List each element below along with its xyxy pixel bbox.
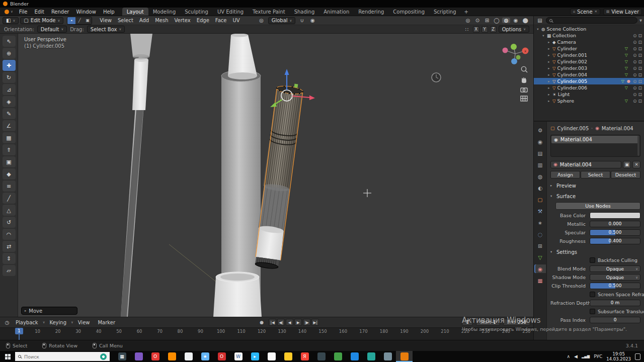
snap-magnet-icon[interactable]: ∪ xyxy=(298,18,306,23)
screen-space-refraction-checkbox[interactable] xyxy=(590,292,595,297)
properties-tab[interactable]: ◌ xyxy=(534,230,546,238)
taskbar-app-button[interactable] xyxy=(379,351,396,362)
tray-expand-icon[interactable]: ∧ xyxy=(567,354,570,359)
axis-y-button[interactable]: Y xyxy=(481,26,488,33)
axis-y-ball[interactable] xyxy=(511,44,517,50)
disable-render-icon[interactable]: ⊡ xyxy=(638,33,642,38)
tool-button[interactable]: ⊕ xyxy=(3,48,16,59)
viewport-menu[interactable]: View xyxy=(97,18,115,23)
expand-arrow-icon[interactable]: ▸ xyxy=(547,47,551,51)
workspace-tab[interactable]: UV Editing xyxy=(213,8,248,16)
assign-button[interactable]: Assign xyxy=(550,171,580,178)
timeline-editor-icon[interactable]: ◷ xyxy=(3,320,11,325)
tray-clock[interactable]: 19:05 14.03.2023 xyxy=(606,351,631,361)
menubar-menu[interactable]: File xyxy=(16,8,31,16)
viewport-toggle-button[interactable]: ◉ xyxy=(512,18,520,23)
expand-arrow-icon[interactable]: ▾ xyxy=(541,34,545,38)
network-icon[interactable]: ▂▄▆ xyxy=(582,354,590,358)
playback-button[interactable]: ◀ xyxy=(286,319,293,326)
properties-tab[interactable]: ◉ xyxy=(534,264,546,273)
hide-eye-icon[interactable]: ⊙ xyxy=(633,46,637,51)
object-cylinder-thin-rod[interactable] xyxy=(121,34,152,317)
workspace-tab[interactable]: Animation xyxy=(319,8,354,16)
outliner-row[interactable]: ▾ ▦ Collection ⊙ ⊡ xyxy=(534,32,644,39)
zoom-icon[interactable] xyxy=(521,66,527,72)
taskbar-app-button[interactable] xyxy=(263,351,280,362)
filter-icon[interactable]: ▼ xyxy=(639,19,642,23)
properties-tab[interactable]: ∗ xyxy=(534,218,546,227)
taskbar-app-button[interactable]: ▦ xyxy=(114,351,130,362)
select-mode-button[interactable]: ╱ xyxy=(75,17,84,24)
disable-render-icon[interactable]: ⊡ xyxy=(638,40,642,45)
select-mode-button[interactable]: ∙ xyxy=(67,17,75,24)
clip-threshold-slider[interactable]: 0.500 xyxy=(590,283,640,289)
tool-button[interactable]: ◈ xyxy=(3,96,16,107)
outliner-row[interactable]: ▾ ◍ Scene Collection xyxy=(534,26,644,32)
surface-section-header[interactable]: ▾ Surface xyxy=(550,193,640,200)
timeline-ruler[interactable]: 1102030405060708090100110120130140150160… xyxy=(0,327,533,340)
editor-type-button[interactable]: ◧ ∨ xyxy=(3,17,19,24)
drag-dropdown[interactable]: Select Box ∨ xyxy=(87,26,125,33)
workspace-tab[interactable]: Texture Paint xyxy=(248,8,290,16)
workspace-tab[interactable]: Rendering xyxy=(354,8,388,16)
taskbar-app-button[interactable] xyxy=(346,351,363,362)
outliner-row[interactable]: ▸ ▽ Cylinder.002 ▽ ⊙ ⊡ xyxy=(534,58,644,65)
blend-mode-dropdown[interactable]: Opaque∨ xyxy=(590,265,640,272)
search-input[interactable] xyxy=(24,354,85,359)
taskbar-app-button[interactable] xyxy=(280,351,296,362)
properties-tab[interactable]: ⚒ xyxy=(534,207,546,215)
tool-button[interactable]: ◠ xyxy=(3,229,16,240)
pivot-point-icon[interactable]: ◎ xyxy=(258,18,266,23)
properties-tab[interactable]: ⊞ xyxy=(534,241,546,250)
properties-tab[interactable]: ▽ xyxy=(534,253,546,261)
viewport-toggle-button[interactable]: ⊙ xyxy=(473,18,481,23)
tool-button[interactable]: ↺ xyxy=(3,217,16,228)
disable-render-icon[interactable]: ⊡ xyxy=(638,79,642,84)
menubar-menu[interactable]: Help xyxy=(100,8,118,16)
tool-button[interactable]: ⇖ xyxy=(3,36,16,47)
menubar-menu[interactable]: Render xyxy=(48,8,73,16)
viewport-menu[interactable]: Vertex xyxy=(172,18,194,23)
expand-arrow-icon[interactable]: ▸ xyxy=(547,93,551,97)
workspace-tab[interactable]: Compositing xyxy=(388,8,429,16)
viewport-toggle-button[interactable]: ◎ xyxy=(464,18,472,23)
outliner-row[interactable]: ▸ ▽ Cylinder.001 ▽ ⊙ ⊡ xyxy=(534,52,644,58)
pass-index-field[interactable]: 0 xyxy=(590,317,640,323)
outliner-editor-icon[interactable]: ▤ xyxy=(536,18,544,23)
outliner-row[interactable]: ▸ ▽ Cylinder.003 ▽ ⊙ ⊡ xyxy=(534,65,644,71)
proportional-edit-icon[interactable]: ◉ xyxy=(308,18,316,23)
properties-tab[interactable]: ▥ xyxy=(534,160,546,169)
viewport-3d-canvas[interactable]: x xyxy=(18,34,533,317)
properties-tab[interactable]: ⚙ xyxy=(534,126,546,134)
expand-arrow-icon[interactable]: ▸ xyxy=(547,60,551,64)
axis-z-ball[interactable] xyxy=(511,58,517,64)
volume-icon[interactable]: ◀ xyxy=(574,354,578,359)
current-frame-field[interactable]: 1 xyxy=(462,319,473,326)
marker-menu[interactable]: Marker xyxy=(94,320,119,325)
tool-button[interactable]: ▦ xyxy=(3,132,16,143)
tool-button[interactable]: ▣ xyxy=(3,156,16,167)
tool-button[interactable]: ∠ xyxy=(3,120,16,131)
outliner-row[interactable]: ▸ ▽ Cylinder.005 ▽ ● ⊙ ⊡ xyxy=(534,78,644,84)
notification-center-icon[interactable] xyxy=(635,353,640,360)
expand-arrow-icon[interactable]: ▸ xyxy=(547,73,551,77)
subsurface-translucency-checkbox[interactable] xyxy=(590,309,595,314)
tool-button[interactable]: ↻ xyxy=(3,72,16,83)
axis-z-button[interactable]: Z xyxy=(490,26,497,33)
refraction-depth-field[interactable]: 0 m xyxy=(590,300,640,306)
breadcrumb-material[interactable]: Material.004 xyxy=(602,126,633,131)
slot-scrollbar[interactable] xyxy=(637,136,639,156)
roughness-slider[interactable]: 0.400 xyxy=(590,238,640,244)
select-button[interactable]: Select xyxy=(581,171,610,178)
material-slot-row[interactable]: ◉ Material.004 xyxy=(551,136,639,143)
tool-button[interactable]: ≡ xyxy=(3,180,16,192)
taskbar-app-button[interactable] xyxy=(363,351,379,362)
navigation-gizmo[interactable]: x xyxy=(503,44,529,64)
tool-button[interactable]: ⇑ xyxy=(3,144,16,155)
camera-view-icon[interactable] xyxy=(521,88,527,92)
tool-button[interactable]: △ xyxy=(3,205,16,216)
material-slot-list[interactable]: ◉ Material.004 xyxy=(550,135,640,157)
playback-menu[interactable]: Playback xyxy=(12,320,42,325)
hide-eye-icon[interactable]: ⊙ xyxy=(633,53,637,58)
workspace-tab[interactable]: Scripting xyxy=(429,8,460,16)
